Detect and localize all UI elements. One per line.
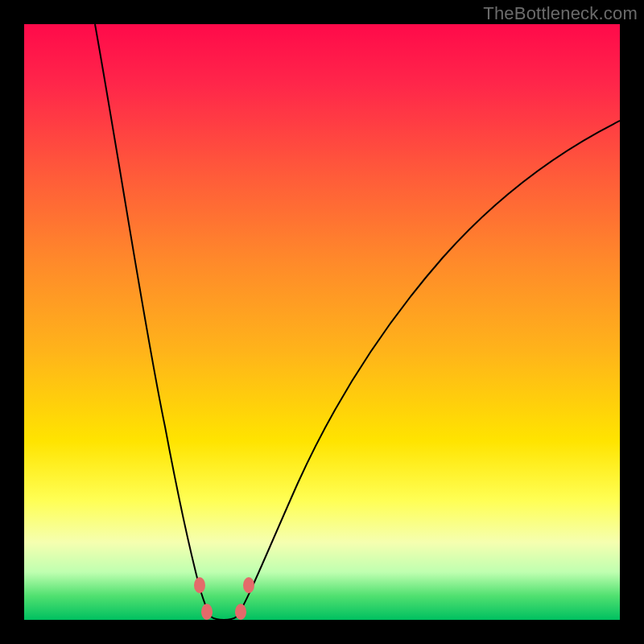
gradient-plot-area xyxy=(24,24,620,620)
marker-dot xyxy=(243,577,254,593)
marker-dot xyxy=(235,604,246,620)
curve-right-arm xyxy=(237,121,620,617)
curve-trough xyxy=(211,617,237,620)
marker-dot xyxy=(194,577,205,593)
marker-dot xyxy=(201,604,213,620)
outer-frame: TheBottleneck.com xyxy=(0,0,644,644)
watermark-text: TheBottleneck.com xyxy=(483,3,638,24)
bottleneck-curve xyxy=(24,24,620,620)
curve-left-arm xyxy=(95,24,211,617)
